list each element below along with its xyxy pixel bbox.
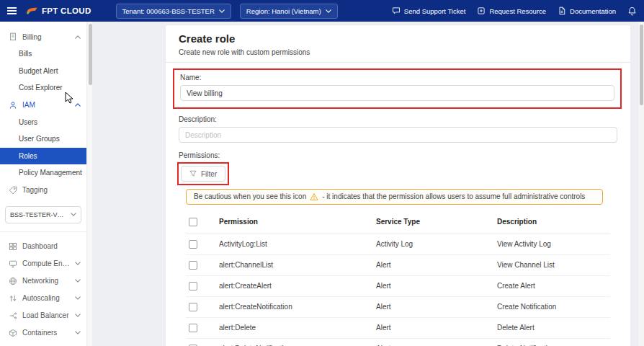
- row-checkbox[interactable]: [189, 324, 197, 332]
- table-row: alert:DeleteNotification Alert Delete No…: [186, 338, 610, 346]
- sidebar-item-tagging[interactable]: Tagging: [0, 182, 86, 199]
- sidebar-item-networking[interactable]: Networking: [0, 272, 86, 290]
- sidebar-scrollbar-thumb[interactable]: [89, 24, 92, 85]
- name-input[interactable]: [180, 85, 614, 101]
- cell-permission: alert:CreateAlert: [216, 275, 373, 296]
- sidebar-item-label: Autoscaling: [22, 294, 70, 302]
- col-header-permission: Permission: [216, 210, 373, 234]
- sidebar-divider: [0, 231, 86, 232]
- sidebar-item-label: Tagging: [22, 186, 81, 194]
- sidebar-item-label: Dashboard: [22, 242, 81, 250]
- cube-icon: [9, 329, 17, 337]
- tenant-selector[interactable]: Tenant: 000663-BSS-TESTER: [116, 4, 231, 19]
- sidebar-scrollbar[interactable]: [86, 22, 92, 346]
- chevron-down-icon: [75, 331, 81, 334]
- card-header: Create role Create new role with custom …: [166, 25, 630, 63]
- sidebar-item-budget-alert[interactable]: Budget Alert: [0, 63, 86, 80]
- chevron-down-icon: [75, 296, 81, 300]
- documentation-label: Documentation: [570, 7, 616, 15]
- sidebar-item-dashboard[interactable]: Dashboard: [0, 238, 86, 255]
- cell-description: Delete Notification: [494, 338, 610, 346]
- load-balancer-icon: [9, 311, 17, 320]
- page-scrollbar-thumb[interactable]: [640, 25, 643, 105]
- annotation-filter-button: Filter: [177, 162, 229, 185]
- col-header-description: Description: [494, 210, 610, 234]
- vpc-selector-value: BSS-TESTER-VMW-VPC-BI...: [10, 211, 68, 218]
- vpc-selector[interactable]: BSS-TESTER-VMW-VPC-BI...: [5, 206, 81, 223]
- filter-button[interactable]: Filter: [181, 166, 225, 182]
- brand-text: FPT CLOUD: [42, 6, 91, 15]
- table-row: alert:CreateNotification Alert Create No…: [186, 296, 610, 317]
- sidebar-item-label: Budget Alert: [19, 67, 58, 75]
- cell-description: Delete Alert: [494, 317, 610, 338]
- chevron-down-icon: [326, 9, 331, 13]
- sidebar-item-label: Bills: [19, 50, 32, 58]
- create-role-card: Create role Create new role with custom …: [166, 25, 630, 346]
- chevron-down-icon: [75, 314, 81, 317]
- table-row: alert:ChannelList Alert View Channel Lis…: [186, 254, 610, 275]
- sidebar-item-autoscaling[interactable]: Autoscaling: [0, 290, 86, 307]
- name-label: Name:: [180, 74, 614, 81]
- topbar: FPT CLOUD Tenant: 000663-BSS-TESTER Regi…: [0, 0, 644, 22]
- send-support-ticket-link[interactable]: Send Support Ticket: [392, 6, 466, 15]
- chevron-down-icon: [219, 9, 225, 13]
- row-checkbox[interactable]: [189, 303, 197, 311]
- sidebar-item-load-balancer[interactable]: Load Balancer: [0, 307, 86, 324]
- sidebar-item-user-groups[interactable]: User Groups: [0, 130, 86, 148]
- sidebar-item-users[interactable]: Users: [0, 114, 86, 131]
- cell-permission: alert:Delete: [216, 317, 373, 338]
- document-icon: [558, 6, 566, 15]
- autoscale-arrows-icon: [9, 294, 17, 303]
- menu-icon[interactable]: [7, 7, 17, 14]
- request-resource-label: Request Resource: [489, 7, 546, 15]
- sidebar-item-label: Load Balancer: [22, 311, 70, 319]
- sidebar-item-iam[interactable]: IAM: [0, 97, 86, 114]
- permissions-label: Permissions:: [179, 151, 617, 159]
- sidebar-item-compute-engine[interactable]: Compute Engine: [0, 255, 86, 272]
- cell-service-type: Alert: [373, 275, 494, 296]
- chevron-up-icon: [75, 103, 81, 107]
- filter-button-label: Filter: [201, 170, 217, 178]
- select-all-checkbox[interactable]: [189, 218, 197, 226]
- sidebar-item-label: Users: [19, 118, 37, 126]
- row-checkbox[interactable]: [189, 261, 197, 270]
- row-checkbox[interactable]: [189, 240, 197, 249]
- cell-service-type: Activity Log: [373, 234, 494, 254]
- sidebar-item-policy-management[interactable]: Policy Management: [0, 164, 86, 182]
- plus-square-icon: [477, 6, 486, 15]
- sidebar-item-label: Networking: [22, 277, 70, 285]
- sidebar-item-label: IAM: [22, 101, 70, 109]
- monitor-icon: [9, 260, 17, 268]
- sidebar-item-bills[interactable]: Bills: [0, 45, 86, 63]
- warning-triangle-icon: [310, 192, 318, 201]
- documentation-link[interactable]: Documentation: [558, 6, 616, 15]
- annotation-name-field: Name:: [173, 68, 622, 109]
- filter-icon: [189, 170, 197, 177]
- sidebar-item-cost-explorer[interactable]: Cost Explorer: [0, 79, 86, 97]
- sidebar-item-containers[interactable]: Containers: [0, 324, 86, 342]
- topbar-actions: Send Support Ticket Request Resource Doc…: [392, 6, 637, 16]
- cell-description: View Channel List: [494, 254, 610, 275]
- cell-service-type: Alert: [373, 254, 494, 275]
- cell-service-type: Alert: [373, 317, 494, 338]
- request-resource-link[interactable]: Request Resource: [477, 6, 546, 15]
- billing-icon: [9, 32, 17, 41]
- sidebar-item-label: User Groups: [19, 135, 60, 143]
- description-input[interactable]: [179, 127, 617, 143]
- support-ticket-icon: [392, 6, 401, 15]
- caution-text-after: - it indicates that the permission allow…: [322, 192, 585, 201]
- sidebar-item-label: Policy Management: [19, 169, 82, 177]
- chevron-down-icon: [75, 279, 81, 283]
- card-body: Name: Description: Permissions: Filter B…: [166, 63, 630, 346]
- cell-service-type: Alert: [373, 296, 494, 317]
- sidebar-item-roles[interactable]: Roles: [0, 148, 86, 165]
- row-checkbox[interactable]: [189, 282, 197, 290]
- page-scrollbar[interactable]: [638, 22, 644, 346]
- sidebar-item-label: Cost Explorer: [19, 84, 63, 92]
- sidebar-item-database[interactable]: Database: [0, 342, 86, 346]
- region-selector[interactable]: Region: Hanoi (Vietnam): [240, 4, 338, 19]
- sidebar-item-billing[interactable]: Billing: [0, 28, 86, 45]
- tag-icon: [9, 186, 17, 195]
- notifications-bell-icon[interactable]: [627, 6, 637, 16]
- dashboard-icon: [9, 242, 17, 251]
